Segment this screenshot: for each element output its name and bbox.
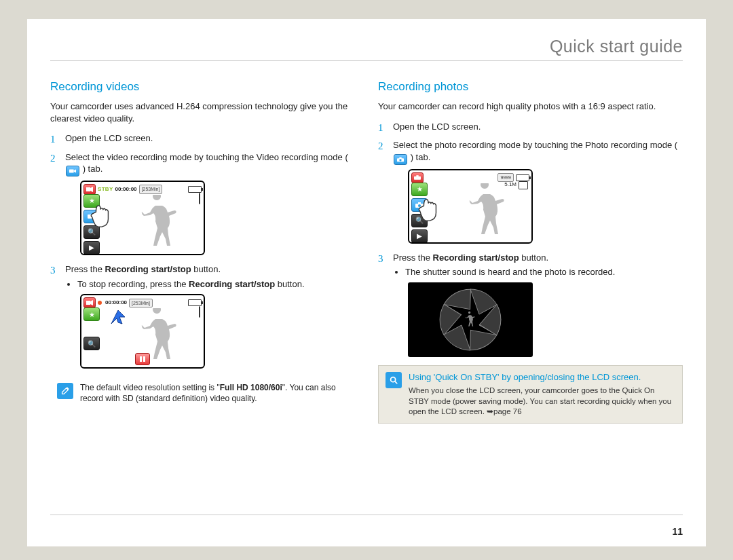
note-text: The default video resolution setting is …: [80, 382, 348, 404]
step-2b-text: ) tab.: [83, 164, 103, 174]
lcd-sidebar: ★ 🔍: [83, 307, 100, 350]
step-3-videos: Press the Recording start/stop button. T…: [50, 263, 355, 369]
note-a: The default video resolution setting is …: [80, 383, 220, 392]
section-heading-videos: Recording videos: [50, 80, 355, 94]
note-default-resolution: The default video resolution setting is …: [50, 377, 355, 409]
step-3-bullet-b: Recording start/stop: [189, 279, 275, 289]
page-number: 11: [672, 526, 683, 537]
step-3c-text: button.: [191, 264, 221, 274]
sidebar-green-icon: ★: [411, 183, 428, 196]
svg-point-12: [391, 377, 396, 381]
step-1-text: Open the LCD screen.: [65, 133, 153, 143]
step-3-sub: To stop recording, press the Recording s…: [65, 278, 355, 291]
lcd-remaining: [253Min]: [129, 299, 153, 307]
col-recording-videos: Recording videos Your camcorder uses adv…: [50, 75, 355, 424]
lcd-photo-screenshot: 9999 5.1M ★: [408, 169, 683, 244]
step-3c-text: button.: [519, 253, 548, 263]
photo-mode-icon: [394, 154, 407, 165]
video-mode-icon: [66, 166, 79, 176]
step-2-videos: Select the video recording mode by touch…: [50, 151, 355, 256]
card-icon: [519, 181, 528, 189]
lcd-mode-icon: [411, 172, 424, 183]
info-body-ref: ➥page 76: [487, 407, 522, 415]
lcd-frame-rec: 00:00:00 [253Min] ★ 🔍: [80, 294, 205, 369]
card-icon: [199, 193, 200, 205]
svg-rect-8: [416, 175, 418, 177]
lcd-frame-photo: 9999 5.1M ★: [408, 169, 533, 244]
lcd-stby-screenshot: STBY 00:00:00 [253Min] ★: [80, 181, 355, 255]
battery-icon: [516, 174, 529, 181]
silhouette-figure: [464, 183, 512, 238]
info-magnifier-icon: [386, 372, 402, 388]
step-3a-text: Press the: [65, 264, 105, 274]
aperture-graphic: [408, 282, 533, 357]
page-title: Quick start guide: [50, 37, 683, 61]
step-1-text: Open the LCD screen.: [393, 122, 481, 132]
intro-photos: Your camcorder can record high quality p…: [378, 100, 683, 113]
step-3b-text: Recording start/stop: [105, 264, 191, 274]
info-body-a: When you close the LCD screen, your camc…: [409, 386, 671, 415]
step-1-videos: Open the LCD screen.: [50, 132, 355, 145]
info-title: Using 'Quick On STBY' by opening/closing…: [409, 371, 675, 384]
steps-videos: Open the LCD screen. Select the video re…: [50, 132, 355, 369]
info-body: When you close the LCD screen, your camc…: [409, 386, 675, 417]
note-b: Full HD 1080/60i: [220, 383, 282, 392]
svg-point-6: [399, 159, 401, 161]
footer-rule: [50, 515, 683, 515]
step-3-sub: The shutter sound is heard and the photo…: [393, 266, 683, 278]
section-heading-photos: Recording photos: [378, 80, 683, 94]
lcd-rec-screenshot: 00:00:00 [253Min] ★ 🔍: [80, 294, 355, 369]
step-3-bullet-c: button.: [275, 279, 304, 289]
step-3a-text: Press the: [393, 253, 433, 263]
lcd-remaining: [253Min]: [139, 185, 163, 193]
step-2-photos: Select the photo recording mode by touch…: [378, 139, 683, 244]
cursor-arrow-icon: [109, 307, 128, 326]
lcd-timecode: 00:00:00: [105, 299, 127, 307]
col-recording-photos: Recording photos Your camcorder can reco…: [378, 75, 683, 424]
sidebar-play-icon: ▶: [83, 241, 100, 255]
battery-icon: [188, 299, 202, 306]
pause-button-icon: [135, 353, 150, 365]
lcd-timecode: 00:00:00: [115, 186, 137, 193]
rec-indicator-icon: [98, 301, 102, 305]
content-columns: Recording videos Your camcorder uses adv…: [50, 75, 683, 424]
step-3-bullet: To stop recording, press the Recording s…: [77, 278, 355, 291]
svg-rect-5: [399, 157, 401, 159]
step-2a-text: Select the photo recording mode by touch…: [393, 140, 677, 150]
sidebar-green-icon: ★: [83, 307, 100, 321]
step-2a-text: Select the video recording mode by touch…: [65, 152, 348, 162]
lcd-mode-icon: [83, 184, 96, 195]
step-1-photos: Open the LCD screen.: [378, 121, 683, 133]
step-3b-text: Recording start/stop: [433, 253, 519, 263]
info-quick-on-stby: Using 'Quick On STBY' by opening/closing…: [378, 365, 683, 424]
sidebar-play-icon: ▶: [411, 229, 428, 243]
silhouette-figure: [136, 195, 184, 249]
info-content: Using 'Quick On STBY' by opening/closing…: [409, 371, 675, 417]
card-icon: [199, 306, 200, 318]
lcd-stby-label: STBY: [98, 186, 113, 193]
svg-rect-1: [86, 187, 90, 191]
steps-photos: Open the LCD screen. Select the photo re…: [378, 121, 683, 357]
battery-icon: [188, 186, 202, 193]
note-pencil-icon: [57, 383, 73, 399]
intro-videos: Your camcorder uses advanced H.264 compr…: [50, 100, 355, 124]
svg-rect-0: [69, 170, 74, 173]
touch-hand-icon: [416, 198, 442, 222]
sidebar-zoom-icon: 🔍: [83, 337, 100, 350]
step-3-photos: Press the Recording start/stop button. T…: [378, 252, 683, 357]
step-2b-text: ) tab.: [411, 152, 431, 162]
touch-hand-icon: [88, 204, 114, 228]
manual-page: Quick start guide Recording videos Your …: [27, 19, 706, 546]
step-3-bullet: The shutter sound is heard and the photo…: [405, 266, 683, 278]
svg-line-13: [395, 381, 398, 384]
step-3-bullet-a: To stop recording, press the: [77, 279, 189, 289]
lcd-frame: STBY 00:00:00 [253Min] ★: [80, 181, 205, 255]
lcd-mode-icon: [83, 297, 96, 308]
svg-rect-3: [86, 301, 90, 305]
